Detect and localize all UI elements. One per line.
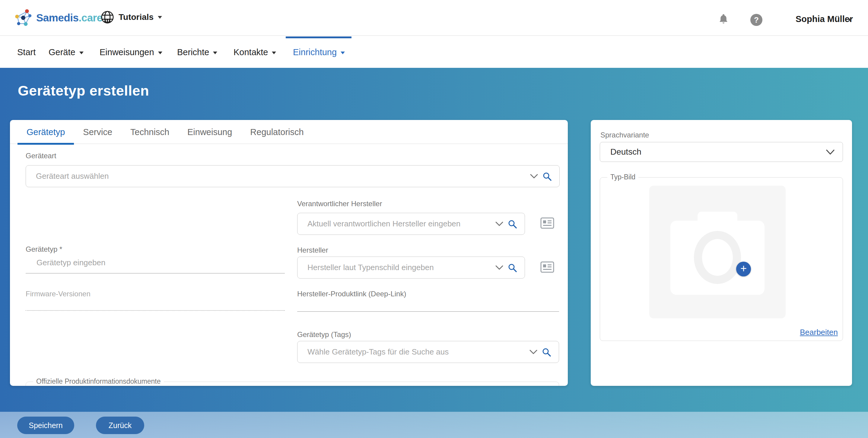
hersteller-placeholder: Hersteller laut Typenschild eingeben — [307, 257, 434, 278]
top-header: Samedis.care Tutorials — [0, 0, 868, 36]
hersteller-input[interactable]: Hersteller laut Typenschild eingeben — [297, 257, 525, 278]
back-button[interactable]: Zurück — [96, 416, 144, 434]
chevron-down-icon[interactable] — [495, 265, 503, 272]
search-icon[interactable] — [541, 347, 552, 359]
help-icon: ? — [754, 15, 759, 25]
save-button[interactable]: Speichern — [17, 416, 74, 434]
tab-technisch[interactable]: Technisch — [121, 120, 178, 144]
nav-item-geraete[interactable]: Geräte — [49, 36, 84, 68]
verantwortlicher-hersteller-placeholder: Aktuell verantwortlichen Hersteller eing… — [307, 213, 460, 235]
user-menu[interactable]: Sophia Müller — [796, 14, 853, 24]
nav-item-label: Einweisungen — [99, 47, 154, 57]
app-root: Samedis.care Tutorials — [0, 0, 868, 438]
globe-icon — [100, 10, 114, 24]
brand-network-icon — [13, 8, 33, 28]
language-image-card: Sprachvariante Deutsch Typ-Bild Bearbeit… — [591, 120, 852, 386]
sprachvariante-label: Sprachvariante — [600, 131, 649, 139]
tab-service[interactable]: Service — [74, 120, 121, 144]
caret-down-icon — [213, 52, 217, 54]
geraetetyp-label: Gerätetyp * — [26, 245, 62, 254]
firmware-label: Firmware-Versionen — [26, 290, 91, 298]
nav-item-label: Start — [17, 47, 36, 57]
dokumente-dropzone[interactable]: Offizielle Produktinformationsdokumente … — [26, 382, 559, 386]
sprachvariante-select[interactable]: Deutsch — [600, 142, 843, 162]
produktlink-input[interactable] — [297, 296, 559, 311]
nav-item-berichte[interactable]: Berichte — [177, 36, 217, 68]
camera-lens — [694, 231, 741, 284]
tutorials-menu[interactable]: Tutorials — [100, 10, 162, 24]
dokumente-legend: Offizielle Produktinformationsdokumente — [33, 377, 164, 385]
caret-down-icon — [158, 52, 162, 54]
notifications-button[interactable] — [718, 13, 729, 26]
nav-item-label: Berichte — [177, 47, 209, 57]
nav-item-einrichtung[interactable]: Einrichtung — [293, 36, 345, 68]
caret-down-icon — [158, 16, 162, 19]
caret-down-icon — [341, 52, 345, 54]
caret-down-icon — [272, 52, 276, 54]
caret-down-icon — [79, 52, 84, 54]
main-nav: Start Geräte Einweisungen Berichte Konta… — [0, 36, 868, 68]
page-body: Gerätetyp erstellen Gerätetyp Service Te… — [0, 68, 868, 438]
nav-item-kontakte[interactable]: Kontakte — [234, 36, 276, 68]
typ-bild-legend: Typ-Bild — [607, 173, 639, 181]
verantwortlicher-hersteller-label: Verantwortlicher Hersteller — [297, 200, 382, 208]
contact-card-icon[interactable] — [540, 217, 554, 230]
chevron-down-icon[interactable] — [495, 221, 503, 228]
add-image-button[interactable]: + — [736, 262, 751, 276]
device-type-form-card: Gerätetyp Service Technisch Einweisung R… — [10, 120, 568, 386]
plus-icon: + — [740, 262, 747, 275]
tutorials-label: Tutorials — [119, 12, 154, 22]
contact-card-icon[interactable] — [540, 261, 554, 274]
nav-item-start[interactable]: Start — [17, 36, 36, 68]
chevron-down-icon — [826, 149, 835, 157]
typ-bild-edit-link[interactable]: Bearbeiten — [800, 328, 838, 337]
search-icon[interactable] — [542, 171, 552, 183]
hersteller-label: Hersteller — [297, 246, 328, 255]
geraetetyp-input[interactable]: Gerätetyp eingeben — [26, 258, 285, 273]
help-button[interactable]: ? — [750, 14, 763, 26]
geraeteart-placeholder: Geräteart auswählen — [36, 166, 108, 187]
chevron-down-icon[interactable] — [529, 349, 538, 356]
tab-regulatorisch[interactable]: Regulatorisch — [241, 120, 313, 144]
avatar[interactable] — [776, 10, 792, 27]
page-title: Gerätetyp erstellen — [18, 82, 149, 99]
tab-geraetetyp[interactable]: Gerätetyp — [18, 120, 74, 144]
nav-item-label: Geräte — [49, 47, 75, 57]
tags-placeholder: Wähle Gerätetyp-Tags für die Suche aus — [307, 341, 448, 363]
brand-logo[interactable]: Samedis.care — [13, 8, 102, 28]
bell-icon — [718, 13, 729, 25]
geraeteart-input[interactable]: Geräteart auswählen — [26, 165, 560, 187]
verantwortlicher-hersteller-input[interactable]: Aktuell verantwortlichen Hersteller eing… — [297, 213, 525, 235]
geraetetyp-underline — [26, 273, 285, 273]
geraetetyp-placeholder: Gerätetyp eingeben — [36, 258, 105, 267]
nav-item-label: Einrichtung — [293, 47, 337, 57]
firmware-underline — [26, 310, 285, 311]
geraeteart-label: Geräteart — [26, 151, 56, 160]
nav-item-label: Kontakte — [234, 47, 268, 57]
search-icon[interactable] — [507, 219, 518, 230]
nav-item-einweisungen[interactable]: Einweisungen — [99, 36, 162, 68]
type-image-placeholder[interactable]: + — [649, 186, 786, 318]
form-tabs: Gerätetyp Service Technisch Einweisung R… — [10, 120, 568, 144]
camera-icon — [671, 221, 765, 295]
caret-down-icon — [848, 19, 852, 22]
action-footer: Speichern Zurück — [0, 412, 868, 438]
sprachvariante-value: Deutsch — [610, 142, 642, 162]
produktlink-underline — [297, 311, 559, 312]
search-icon[interactable] — [507, 263, 518, 274]
tags-input[interactable]: Wähle Gerätetyp-Tags für die Suche aus — [297, 341, 559, 363]
brand-name: Samedis.care — [36, 12, 102, 24]
tags-label: Gerätetyp (Tags) — [297, 330, 351, 339]
tab-einweisung[interactable]: Einweisung — [178, 120, 241, 144]
chevron-down-icon[interactable] — [530, 174, 538, 180]
